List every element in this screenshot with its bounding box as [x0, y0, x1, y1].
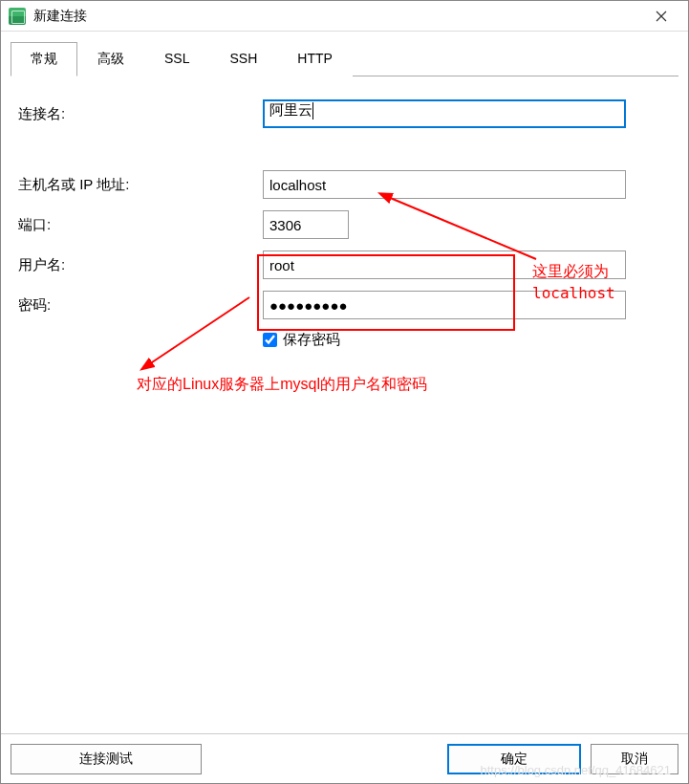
- tab-ssl[interactable]: SSL: [144, 42, 209, 76]
- password-label: 密码:: [18, 296, 263, 315]
- host-input[interactable]: [263, 170, 626, 199]
- connection-name-label: 连接名:: [18, 105, 263, 123]
- tab-advanced[interactable]: 高级: [77, 42, 144, 76]
- host-label: 主机名或 IP 地址:: [18, 176, 263, 194]
- row-connection-name: 连接名: 阿里云: [18, 99, 671, 128]
- connection-name-input[interactable]: 阿里云: [263, 99, 626, 128]
- row-save-password: 保存密码: [263, 331, 671, 349]
- app-icon: [9, 8, 26, 25]
- row-port: 端口:: [18, 210, 671, 239]
- content-area: 常规 高级 SSL SSH HTTP 连接名: 阿里云 主机名或 IP 地址: …: [1, 32, 688, 349]
- row-host: 主机名或 IP 地址:: [18, 170, 671, 199]
- save-password-label: 保存密码: [283, 331, 340, 349]
- password-input[interactable]: [263, 291, 626, 319]
- test-connection-button[interactable]: 连接测试: [11, 744, 202, 774]
- credentials-annotation: 对应的Linux服务器上mysql的用户名和密码: [137, 375, 427, 395]
- tab-http[interactable]: HTTP: [277, 42, 353, 76]
- tabs: 常规 高级 SSL SSH HTTP: [11, 41, 678, 76]
- footer: 连接测试 确定 取消: [1, 733, 688, 783]
- tab-general[interactable]: 常规: [11, 42, 77, 76]
- close-icon: [656, 11, 667, 22]
- row-username: 用户名:: [18, 250, 671, 279]
- cancel-button[interactable]: 取消: [591, 744, 678, 774]
- titlebar: 新建连接: [1, 1, 688, 32]
- close-button[interactable]: [642, 3, 680, 30]
- window-title: 新建连接: [33, 8, 642, 25]
- form: 连接名: 阿里云 主机名或 IP 地址: 端口: 用户名: 密码: 保存密码: [11, 99, 678, 349]
- save-password-checkbox[interactable]: [263, 333, 277, 347]
- username-label: 用户名:: [18, 256, 263, 274]
- port-input[interactable]: [263, 210, 349, 239]
- connection-name-value: 阿里云: [269, 101, 312, 118]
- tab-ssh[interactable]: SSH: [209, 42, 277, 76]
- row-password: 密码:: [18, 291, 671, 319]
- ok-button[interactable]: 确定: [447, 744, 581, 774]
- port-label: 端口:: [18, 216, 263, 234]
- username-input[interactable]: [263, 250, 626, 279]
